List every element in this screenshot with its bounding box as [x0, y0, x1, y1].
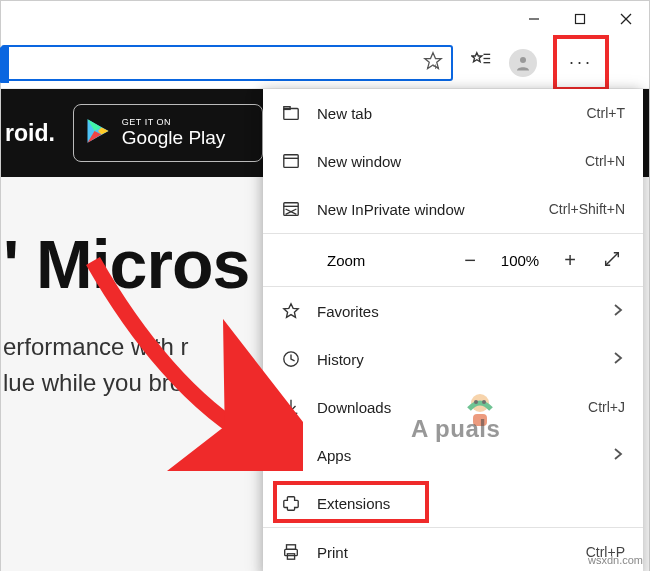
menu-label: New window — [317, 153, 569, 170]
apps-icon — [281, 446, 301, 464]
window-titlebar — [1, 1, 649, 37]
zoom-in-button[interactable]: + — [551, 249, 589, 272]
settings-more-button[interactable]: ··· — [561, 43, 601, 83]
browser-toolbar: + ··· — [1, 37, 649, 89]
favorites-list-icon[interactable] — [471, 51, 491, 75]
add-favorite-icon[interactable]: + — [423, 51, 443, 75]
svg-rect-16 — [284, 155, 298, 168]
chevron-right-icon — [611, 447, 625, 464]
print-icon — [281, 543, 301, 561]
address-bar-selection — [0, 47, 9, 83]
download-icon — [281, 398, 301, 416]
svg-point-9 — [520, 57, 526, 63]
svg-rect-28 — [293, 448, 298, 453]
menu-label: New InPrivate window — [317, 201, 533, 218]
menu-item-new-tab[interactable]: New tab Ctrl+T — [263, 89, 643, 137]
zoom-label: Zoom — [327, 252, 445, 269]
zoom-value: 100% — [495, 252, 545, 269]
new-tab-icon — [281, 104, 301, 122]
menu-item-apps[interactable]: Apps — [263, 431, 643, 479]
menu-item-history[interactable]: History — [263, 335, 643, 383]
menu-item-favorites[interactable]: Favorites — [263, 287, 643, 335]
svg-marker-5 — [472, 52, 482, 61]
svg-rect-1 — [576, 15, 585, 24]
address-bar[interactable]: + — [1, 45, 453, 81]
menu-shortcut: Ctrl+J — [588, 399, 625, 415]
menu-item-print[interactable]: Print Ctrl+P — [263, 528, 643, 571]
menu-label: Favorites — [317, 303, 595, 320]
menu-item-downloads[interactable]: Downloads Ctrl+J — [263, 383, 643, 431]
svg-rect-29 — [284, 457, 289, 462]
star-icon — [281, 302, 301, 320]
window-close-button[interactable] — [603, 1, 649, 37]
menu-label: Print — [317, 544, 570, 561]
google-play-icon — [84, 117, 112, 149]
google-play-big-text: Google Play — [122, 128, 226, 148]
watermark-site: wsxdn.com — [588, 554, 643, 566]
extensions-icon — [281, 494, 301, 512]
menu-label: History — [317, 351, 595, 368]
svg-marker-23 — [284, 304, 298, 318]
menu-shortcut: Ctrl+T — [587, 105, 626, 121]
window-minimize-button[interactable] — [511, 1, 557, 37]
chevron-right-icon — [611, 351, 625, 368]
menu-shortcut: Ctrl+N — [585, 153, 625, 169]
menu-shortcut: Ctrl+Shift+N — [549, 201, 625, 217]
menu-item-new-inprivate[interactable]: New InPrivate window Ctrl+Shift+N — [263, 185, 643, 233]
menu-item-extensions[interactable]: Extensions — [263, 479, 643, 527]
banner-text-fragment: roid. — [1, 120, 55, 147]
svg-rect-30 — [293, 457, 298, 462]
new-window-icon — [281, 152, 301, 170]
zoom-out-button[interactable]: − — [451, 249, 489, 272]
svg-rect-27 — [284, 448, 289, 453]
menu-label: New tab — [317, 105, 571, 122]
profile-avatar[interactable] — [509, 49, 537, 77]
inprivate-icon — [281, 200, 301, 218]
menu-zoom-row: Zoom − 100% + — [263, 234, 643, 286]
svg-rect-33 — [287, 554, 294, 559]
menu-label: Extensions — [317, 495, 625, 512]
svg-rect-14 — [284, 109, 298, 120]
more-icon: ··· — [569, 52, 593, 73]
history-icon — [281, 350, 301, 368]
google-play-badge[interactable]: GET IT ON Google Play — [73, 104, 263, 162]
svg-line-22 — [606, 252, 619, 265]
chevron-right-icon — [611, 303, 625, 320]
svg-rect-32 — [285, 549, 298, 555]
menu-label: Apps — [317, 447, 595, 464]
fullscreen-button[interactable] — [595, 250, 629, 271]
settings-menu: New tab Ctrl+T New window Ctrl+N New InP… — [263, 89, 643, 571]
menu-label: Downloads — [317, 399, 572, 416]
menu-item-new-window[interactable]: New window Ctrl+N — [263, 137, 643, 185]
window-maximize-button[interactable] — [557, 1, 603, 37]
